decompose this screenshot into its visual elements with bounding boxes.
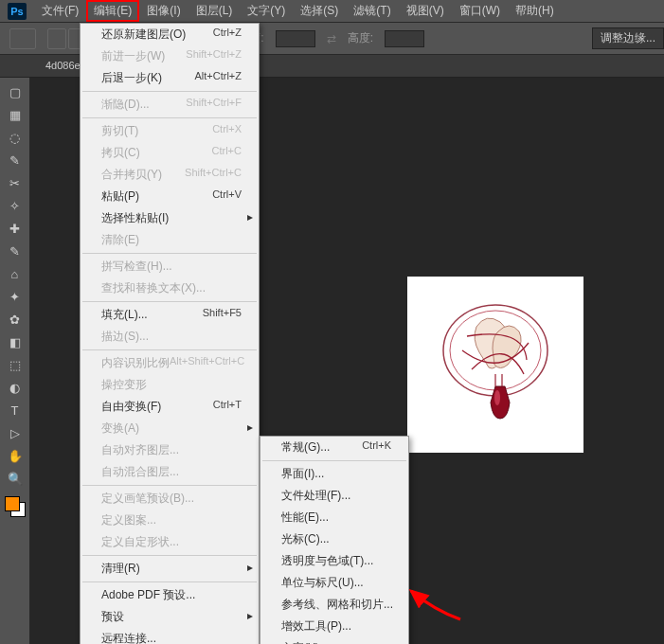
menu-shortcut: Shift+Ctrl+C <box>185 167 242 183</box>
menu-item-label: 拷贝(C) <box>101 145 140 161</box>
menu-item-label: 定义图案... <box>101 512 156 528</box>
tool-button[interactable]: ⌂ <box>4 263 27 284</box>
menu-item[interactable]: Adobe PDF 预设... <box>81 584 259 606</box>
menu-item[interactable]: 增效工具(P)... <box>260 616 408 637</box>
tool-preset-icon[interactable] <box>9 28 36 49</box>
tool-button[interactable]: ◌ <box>4 127 27 148</box>
menu-item[interactable]: 文字(Y)... <box>260 637 408 644</box>
menu-item-label: 增效工具(P)... <box>281 618 351 635</box>
submenu-arrow-icon: ▸ <box>247 420 253 434</box>
menu-item[interactable]: 还原新建图层(O)Ctrl+Z <box>81 24 259 45</box>
menu-item: 定义图案... <box>81 510 259 531</box>
tool-button[interactable]: ▷ <box>4 422 27 443</box>
menu-item-label: 还原新建图层(O) <box>101 27 186 43</box>
tool-button[interactable]: ⬚ <box>4 354 27 375</box>
tool-button[interactable]: ✚ <box>4 218 27 239</box>
menu-item[interactable]: 参考线、网格和切片... <box>260 594 408 616</box>
tool-button[interactable]: ◐ <box>4 377 27 398</box>
tool-button[interactable]: T <box>4 400 27 420</box>
menu-item-label: 自动混合图层... <box>101 464 179 480</box>
menu-item: 清除(E) <box>81 229 259 251</box>
menu-item-label: 前进一步(W) <box>101 48 165 64</box>
tool-button[interactable]: ◧ <box>4 331 27 352</box>
tool-button[interactable]: ✿ <box>4 309 27 330</box>
menu-item[interactable]: 透明度与色域(T)... <box>260 550 408 572</box>
menu-item[interactable]: 选择性粘贴(I)▸ <box>81 207 259 229</box>
menu-item[interactable]: 自由变换(F)Ctrl+T <box>81 396 259 418</box>
menu-item: 合并拷贝(Y)Shift+Ctrl+C <box>81 164 259 186</box>
tool-button[interactable]: ✂ <box>4 172 27 193</box>
menu-item: 变换(A)▸ <box>81 418 259 439</box>
menu-图像[interactable]: 图像(I) <box>139 0 188 22</box>
menu-视图[interactable]: 视图(V) <box>399 0 452 22</box>
menu-窗口[interactable]: 窗口(W) <box>452 0 508 22</box>
menu-item-label: 界面(I)... <box>281 466 324 482</box>
toolbox: ▢▦◌✎✂✧✚✎⌂✦✿◧⬚◐T▷✋🔍 <box>0 78 30 644</box>
menu-shortcut: Shift+Ctrl+F <box>186 97 242 113</box>
tool-button[interactable]: ▢ <box>4 81 27 102</box>
tool-button[interactable]: ✦ <box>4 286 27 307</box>
menu-选择[interactable]: 选择(S) <box>293 0 346 22</box>
menu-item: 渐隐(D)...Shift+Ctrl+F <box>81 94 259 116</box>
menu-图层[interactable]: 图层(L) <box>188 0 241 22</box>
menu-item[interactable]: 文件处理(F)... <box>260 485 408 507</box>
menu-item[interactable]: 清理(R)▸ <box>81 558 259 580</box>
menu-item-label: 定义画笔预设(B)... <box>101 491 194 507</box>
menu-item-label: 单位与标尺(U)... <box>281 575 364 591</box>
tool-button[interactable]: 🔍 <box>4 468 27 489</box>
menu-item[interactable]: 填充(L)...Shift+F5 <box>81 304 259 326</box>
menu-item: 内容识别比例Alt+Shift+Ctrl+C <box>81 352 259 374</box>
menu-item-label: 变换(A) <box>101 420 139 437</box>
height-input[interactable] <box>385 30 424 47</box>
menu-item[interactable]: 后退一步(K)Alt+Ctrl+Z <box>81 67 259 89</box>
svg-point-2 <box>494 390 500 405</box>
menu-item[interactable]: 粘贴(P)Ctrl+V <box>81 186 259 207</box>
menu-帮助[interactable]: 帮助(H) <box>508 0 562 22</box>
menu-item[interactable]: 预设▸ <box>81 606 259 628</box>
menu-shortcut: Ctrl+Z <box>213 27 242 43</box>
refine-edge-button[interactable]: 调整边缘... <box>592 27 664 49</box>
tool-button[interactable]: ✋ <box>4 445 27 466</box>
menu-item[interactable]: 光标(C)... <box>260 528 408 550</box>
menu-item[interactable]: 远程连接... <box>81 628 259 644</box>
menu-编辑[interactable]: 编辑(E) <box>86 0 139 22</box>
menu-item-label: 透明度与色域(T)... <box>281 553 373 569</box>
swap-icon[interactable]: ⇄ <box>327 32 336 45</box>
menu-shortcut: Alt+Ctrl+Z <box>194 70 242 86</box>
menu-item-label: 性能(E)... <box>281 510 329 526</box>
menu-item[interactable]: 单位与标尺(U)... <box>260 572 408 594</box>
menu-item-label: 选择性粘贴(I) <box>101 210 169 226</box>
menu-item-label: 远程连接... <box>101 631 156 644</box>
tool-button[interactable]: ✎ <box>4 150 27 170</box>
menu-文件[interactable]: 文件(F) <box>34 0 86 22</box>
color-swatch[interactable] <box>5 496 26 517</box>
menu-shortcut: Ctrl+C <box>212 145 242 161</box>
menu-item-label: 合并拷贝(Y) <box>101 167 162 183</box>
menu-文字[interactable]: 文字(Y) <box>240 0 293 22</box>
menu-item-label: 描边(S)... <box>101 329 149 345</box>
width-input[interactable] <box>276 30 315 47</box>
menu-bar: Ps 文件(F)编辑(E)图像(I)图层(L)文字(Y)选择(S)滤镜(T)视图… <box>0 0 664 23</box>
menu-item[interactable]: 常规(G)...Ctrl+K <box>260 437 408 458</box>
menu-item: 查找和替换文本(X)... <box>81 277 259 299</box>
tool-button[interactable]: ✎ <box>4 241 27 261</box>
menu-item: 定义自定形状... <box>81 531 259 553</box>
submenu-arrow-icon: ▸ <box>247 210 253 224</box>
menu-item: 拼写检查(H)... <box>81 256 259 277</box>
menu-item-label: 拼写检查(H)... <box>101 259 172 275</box>
menu-item-label: 文字(Y)... <box>281 640 329 644</box>
menu-item: 前进一步(W)Shift+Ctrl+Z <box>81 45 259 67</box>
submenu-arrow-icon: ▸ <box>247 609 253 622</box>
selection-mode-icon[interactable] <box>47 28 66 49</box>
canvas-image <box>407 277 583 453</box>
menu-滤镜[interactable]: 滤镜(T) <box>346 0 398 22</box>
submenu-arrow-icon: ▸ <box>247 561 253 574</box>
menu-shortcut: Alt+Shift+Ctrl+C <box>170 355 244 371</box>
menu-item-label: 清除(E) <box>101 232 139 248</box>
menu-item-label: 内容识别比例 <box>101 355 170 371</box>
tool-button[interactable]: ▦ <box>4 104 27 125</box>
tool-button[interactable]: ✧ <box>4 195 27 216</box>
menu-item[interactable]: 界面(I)... <box>260 463 408 485</box>
menu-item[interactable]: 性能(E)... <box>260 507 408 528</box>
menu-shortcut: Ctrl+T <box>213 399 242 415</box>
